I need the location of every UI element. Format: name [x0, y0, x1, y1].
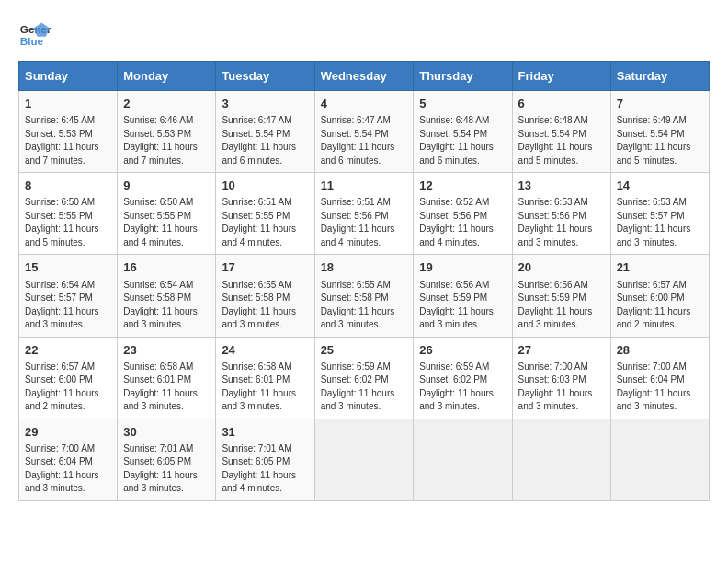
day-info: Sunrise: 6:51 AM Sunset: 5:55 PM Dayligh… — [222, 196, 308, 249]
day-number: 25 — [321, 342, 408, 359]
day-info: Sunrise: 6:45 AM Sunset: 5:53 PM Dayligh… — [25, 114, 111, 167]
calendar-cell: 22Sunrise: 6:57 AM Sunset: 6:00 PM Dayli… — [19, 337, 118, 419]
calendar-cell: 4Sunrise: 6:47 AM Sunset: 5:54 PM Daylig… — [314, 91, 414, 173]
day-number: 23 — [123, 342, 210, 359]
day-info: Sunrise: 6:47 AM Sunset: 5:54 PM Dayligh… — [222, 114, 308, 167]
day-number: 13 — [518, 178, 605, 194]
weekday-header-thursday: Thursday — [414, 62, 512, 91]
day-number: 18 — [321, 259, 408, 276]
calendar-cell: 17Sunrise: 6:55 AM Sunset: 5:58 PM Dayli… — [216, 255, 314, 337]
calendar-week-row: 29Sunrise: 7:00 AM Sunset: 6:04 PM Dayli… — [19, 419, 710, 500]
day-info: Sunrise: 6:54 AM Sunset: 5:58 PM Dayligh… — [123, 279, 210, 332]
day-info: Sunrise: 6:51 AM Sunset: 5:56 PM Dayligh… — [321, 196, 408, 249]
calendar-cell: 15Sunrise: 6:54 AM Sunset: 5:57 PM Dayli… — [19, 255, 118, 337]
day-info: Sunrise: 6:58 AM Sunset: 6:01 PM Dayligh… — [222, 361, 308, 414]
day-number: 15 — [25, 259, 111, 276]
calendar-table: SundayMondayTuesdayWednesdayThursdayFrid… — [18, 61, 710, 501]
day-info: Sunrise: 6:58 AM Sunset: 6:01 PM Dayligh… — [123, 361, 210, 414]
calendar-cell: 12Sunrise: 6:52 AM Sunset: 5:56 PM Dayli… — [414, 173, 512, 255]
day-number: 31 — [222, 424, 308, 441]
calendar-week-row: 15Sunrise: 6:54 AM Sunset: 5:57 PM Dayli… — [19, 255, 710, 337]
calendar-cell: 19Sunrise: 6:56 AM Sunset: 5:59 PM Dayli… — [414, 255, 512, 337]
day-number: 5 — [419, 96, 506, 112]
day-number: 4 — [321, 96, 408, 112]
weekday-header-friday: Friday — [512, 62, 610, 91]
calendar-cell: 3Sunrise: 6:47 AM Sunset: 5:54 PM Daylig… — [216, 91, 314, 173]
day-number: 20 — [518, 259, 605, 276]
day-number: 9 — [123, 178, 210, 194]
day-info: Sunrise: 6:50 AM Sunset: 5:55 PM Dayligh… — [25, 196, 111, 249]
calendar-cell: 1Sunrise: 6:45 AM Sunset: 5:53 PM Daylig… — [19, 91, 118, 173]
calendar-header-row: SundayMondayTuesdayWednesdayThursdayFrid… — [19, 62, 710, 91]
calendar-cell: 31Sunrise: 7:01 AM Sunset: 6:05 PM Dayli… — [216, 419, 314, 500]
calendar-cell: 27Sunrise: 7:00 AM Sunset: 6:03 PM Dayli… — [512, 337, 610, 419]
day-info: Sunrise: 6:48 AM Sunset: 5:54 PM Dayligh… — [419, 114, 506, 167]
day-number: 8 — [25, 178, 111, 194]
calendar-body: 1Sunrise: 6:45 AM Sunset: 5:53 PM Daylig… — [19, 91, 710, 501]
calendar-cell: 26Sunrise: 6:59 AM Sunset: 6:02 PM Dayli… — [414, 337, 512, 419]
day-info: Sunrise: 6:50 AM Sunset: 5:55 PM Dayligh… — [123, 196, 210, 249]
day-info: Sunrise: 6:53 AM Sunset: 5:56 PM Dayligh… — [518, 196, 605, 249]
calendar-cell — [414, 419, 512, 500]
day-info: Sunrise: 6:55 AM Sunset: 5:58 PM Dayligh… — [321, 279, 408, 332]
calendar-cell: 14Sunrise: 6:53 AM Sunset: 5:57 PM Dayli… — [610, 173, 709, 255]
day-info: Sunrise: 6:54 AM Sunset: 5:57 PM Dayligh… — [25, 279, 111, 332]
day-number: 22 — [25, 342, 111, 359]
day-number: 12 — [419, 178, 506, 194]
calendar-cell: 13Sunrise: 6:53 AM Sunset: 5:56 PM Dayli… — [512, 173, 610, 255]
day-info: Sunrise: 6:46 AM Sunset: 5:53 PM Dayligh… — [123, 114, 210, 167]
day-number: 2 — [123, 96, 210, 112]
calendar-cell: 29Sunrise: 7:00 AM Sunset: 6:04 PM Dayli… — [19, 419, 118, 500]
calendar-cell: 2Sunrise: 6:46 AM Sunset: 5:53 PM Daylig… — [118, 91, 216, 173]
calendar-cell: 16Sunrise: 6:54 AM Sunset: 5:58 PM Dayli… — [118, 255, 216, 337]
calendar-cell: 9Sunrise: 6:50 AM Sunset: 5:55 PM Daylig… — [118, 173, 216, 255]
day-info: Sunrise: 7:01 AM Sunset: 6:05 PM Dayligh… — [222, 442, 308, 496]
calendar-cell — [512, 419, 610, 500]
day-info: Sunrise: 6:57 AM Sunset: 6:00 PM Dayligh… — [25, 361, 111, 414]
day-number: 30 — [123, 424, 210, 441]
logo: General Blue — [18, 18, 51, 52]
calendar-cell: 25Sunrise: 6:59 AM Sunset: 6:02 PM Dayli… — [314, 337, 414, 419]
calendar-cell: 20Sunrise: 6:56 AM Sunset: 5:59 PM Dayli… — [512, 255, 610, 337]
calendar-cell: 28Sunrise: 7:00 AM Sunset: 6:04 PM Dayli… — [610, 337, 709, 419]
day-number: 1 — [25, 96, 111, 112]
day-info: Sunrise: 6:59 AM Sunset: 6:02 PM Dayligh… — [321, 361, 408, 414]
calendar-cell: 10Sunrise: 6:51 AM Sunset: 5:55 PM Dayli… — [216, 173, 314, 255]
day-info: Sunrise: 6:47 AM Sunset: 5:54 PM Dayligh… — [321, 114, 408, 167]
day-number: 17 — [222, 259, 308, 276]
day-info: Sunrise: 6:53 AM Sunset: 5:57 PM Dayligh… — [617, 196, 703, 249]
calendar-cell: 23Sunrise: 6:58 AM Sunset: 6:01 PM Dayli… — [118, 337, 216, 419]
calendar-cell: 8Sunrise: 6:50 AM Sunset: 5:55 PM Daylig… — [19, 173, 118, 255]
calendar-week-row: 22Sunrise: 6:57 AM Sunset: 6:00 PM Dayli… — [19, 337, 710, 419]
day-info: Sunrise: 7:00 AM Sunset: 6:04 PM Dayligh… — [617, 361, 703, 414]
day-info: Sunrise: 7:00 AM Sunset: 6:03 PM Dayligh… — [518, 361, 605, 414]
day-info: Sunrise: 6:57 AM Sunset: 6:00 PM Dayligh… — [617, 279, 703, 332]
day-number: 19 — [419, 259, 506, 276]
day-info: Sunrise: 6:59 AM Sunset: 6:02 PM Dayligh… — [419, 361, 506, 414]
calendar-week-row: 8Sunrise: 6:50 AM Sunset: 5:55 PM Daylig… — [19, 173, 710, 255]
day-number: 7 — [617, 96, 703, 112]
day-info: Sunrise: 6:56 AM Sunset: 5:59 PM Dayligh… — [419, 279, 506, 332]
calendar-cell: 24Sunrise: 6:58 AM Sunset: 6:01 PM Dayli… — [216, 337, 314, 419]
calendar-cell — [314, 419, 414, 500]
day-info: Sunrise: 6:48 AM Sunset: 5:54 PM Dayligh… — [518, 114, 605, 167]
weekday-header-saturday: Saturday — [610, 62, 709, 91]
day-info: Sunrise: 7:00 AM Sunset: 6:04 PM Dayligh… — [25, 442, 111, 496]
day-number: 26 — [419, 342, 506, 359]
logo-icon: General Blue — [18, 18, 51, 52]
day-number: 27 — [518, 342, 605, 359]
day-number: 11 — [321, 178, 408, 194]
weekday-header-tuesday: Tuesday — [216, 62, 314, 91]
weekday-header-wednesday: Wednesday — [314, 62, 414, 91]
day-info: Sunrise: 6:56 AM Sunset: 5:59 PM Dayligh… — [518, 279, 605, 332]
day-number: 28 — [617, 342, 703, 359]
day-number: 16 — [123, 259, 210, 276]
day-info: Sunrise: 6:52 AM Sunset: 5:56 PM Dayligh… — [419, 196, 506, 249]
day-info: Sunrise: 6:55 AM Sunset: 5:58 PM Dayligh… — [222, 279, 308, 332]
day-number: 10 — [222, 178, 308, 194]
weekday-header-sunday: Sunday — [19, 62, 118, 91]
page-header: General Blue — [18, 18, 710, 52]
calendar-cell: 7Sunrise: 6:49 AM Sunset: 5:54 PM Daylig… — [610, 91, 709, 173]
day-number: 21 — [617, 259, 703, 276]
calendar-week-row: 1Sunrise: 6:45 AM Sunset: 5:53 PM Daylig… — [19, 91, 710, 173]
